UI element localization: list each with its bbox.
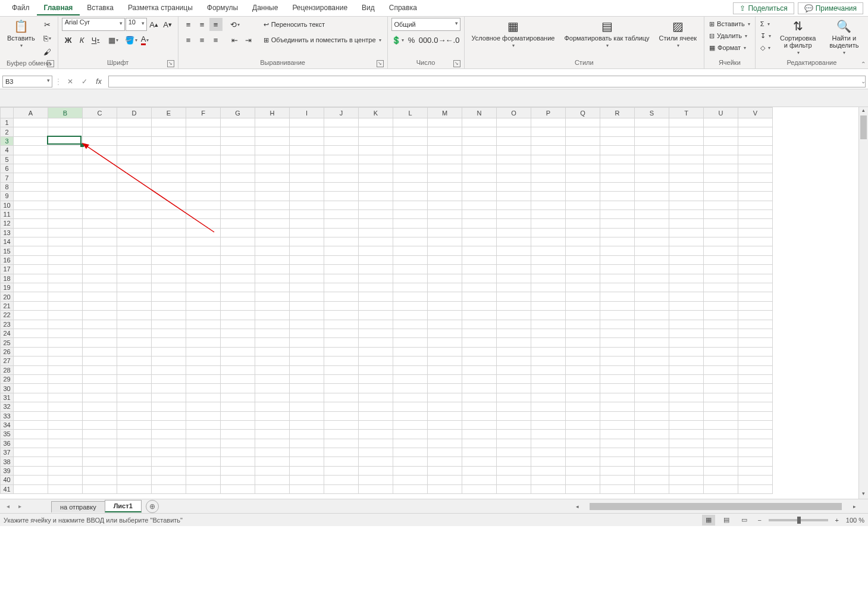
cell-A39[interactable] <box>14 466 48 475</box>
cell-T8[interactable] <box>669 182 704 191</box>
cell-L12[interactable] <box>393 219 428 228</box>
formula-input[interactable] <box>108 76 866 87</box>
column-header-H[interactable]: H <box>255 108 290 118</box>
cell-G38[interactable] <box>221 457 255 466</box>
cell-D17[interactable] <box>117 265 152 274</box>
menu-tab-вид[interactable]: Вид <box>355 1 382 15</box>
cell-N2[interactable] <box>462 127 497 136</box>
cell-G35[interactable] <box>221 430 255 439</box>
cell-D6[interactable] <box>117 164 152 173</box>
cell-D2[interactable] <box>117 127 152 136</box>
cell-D14[interactable] <box>117 237 152 246</box>
decrease-font-button[interactable]: A▾ <box>161 18 174 31</box>
cell-V31[interactable] <box>738 393 773 402</box>
cell-R40[interactable] <box>600 476 635 484</box>
cell-U36[interactable] <box>704 439 738 448</box>
cell-S36[interactable] <box>635 439 669 448</box>
align-left-button[interactable]: ≡ <box>182 33 195 46</box>
cell-D10[interactable] <box>117 201 152 209</box>
cell-T30[interactable] <box>669 384 704 393</box>
cell-A13[interactable] <box>14 228 48 237</box>
cell-D29[interactable] <box>117 374 152 383</box>
row-header-26[interactable]: 26 <box>1 347 14 356</box>
vscroll-thumb[interactable] <box>860 115 867 139</box>
cell-D33[interactable] <box>117 411 152 420</box>
cell-D16[interactable] <box>117 255 152 264</box>
column-header-N[interactable]: N <box>462 108 497 118</box>
zoom-level[interactable]: 100 % <box>846 517 864 524</box>
cell-O34[interactable] <box>497 420 531 429</box>
cell-P41[interactable] <box>531 484 566 493</box>
cell-I40[interactable] <box>290 476 324 484</box>
cell-V21[interactable] <box>738 301 773 310</box>
cell-N29[interactable] <box>462 374 497 383</box>
cell-F29[interactable] <box>186 374 221 383</box>
cell-H36[interactable] <box>255 439 290 448</box>
cell-Q27[interactable] <box>566 357 600 365</box>
cell-T37[interactable] <box>669 448 704 457</box>
cell-H25[interactable] <box>255 338 290 347</box>
cell-I37[interactable] <box>290 448 324 457</box>
cell-E13[interactable] <box>152 228 186 237</box>
format-cells-button[interactable]: ▦Формат▾ <box>708 42 747 54</box>
cell-N26[interactable] <box>462 347 497 356</box>
cell-P26[interactable] <box>531 347 566 356</box>
cell-D28[interactable] <box>117 365 152 374</box>
row-header-12[interactable]: 12 <box>1 219 14 228</box>
cell-H5[interactable] <box>255 155 290 164</box>
cell-R38[interactable] <box>600 457 635 466</box>
cell-U14[interactable] <box>704 237 738 246</box>
cell-V28[interactable] <box>738 365 773 374</box>
cell-T14[interactable] <box>669 237 704 246</box>
cell-H22[interactable] <box>255 311 290 320</box>
row-header-19[interactable]: 19 <box>1 283 14 292</box>
cell-V30[interactable] <box>738 384 773 393</box>
cell-M25[interactable] <box>428 338 462 347</box>
cell-C24[interactable] <box>83 329 117 337</box>
cell-M4[interactable] <box>428 146 462 155</box>
cell-F4[interactable] <box>186 146 221 155</box>
cell-H16[interactable] <box>255 255 290 264</box>
cell-S1[interactable] <box>635 118 669 127</box>
cell-A5[interactable] <box>14 155 48 164</box>
cell-C4[interactable] <box>83 146 117 155</box>
cell-D4[interactable] <box>117 146 152 155</box>
cell-C34[interactable] <box>83 420 117 429</box>
row-header-31[interactable]: 31 <box>1 393 14 402</box>
cell-L38[interactable] <box>393 457 428 466</box>
select-all-corner[interactable] <box>1 108 14 118</box>
cell-D40[interactable] <box>117 476 152 484</box>
cell-B13[interactable] <box>48 228 83 237</box>
cell-K21[interactable] <box>359 301 393 310</box>
cell-U23[interactable] <box>704 320 738 329</box>
cell-P32[interactable] <box>531 402 566 411</box>
cell-C7[interactable] <box>83 173 117 182</box>
cell-C12[interactable] <box>83 219 117 228</box>
cell-M28[interactable] <box>428 365 462 374</box>
cell-J26[interactable] <box>324 347 359 356</box>
cell-N8[interactable] <box>462 182 497 191</box>
cell-T1[interactable] <box>669 118 704 127</box>
cell-M1[interactable] <box>428 118 462 127</box>
cell-V27[interactable] <box>738 357 773 365</box>
cell-F1[interactable] <box>186 118 221 127</box>
row-header-40[interactable]: 40 <box>1 476 14 484</box>
cell-M6[interactable] <box>428 164 462 173</box>
cell-G10[interactable] <box>221 201 255 209</box>
cell-B36[interactable] <box>48 439 83 448</box>
cell-Q36[interactable] <box>566 439 600 448</box>
cell-C8[interactable] <box>83 182 117 191</box>
cell-G32[interactable] <box>221 402 255 411</box>
align-middle-button[interactable]: ≡ <box>196 18 209 31</box>
cell-C3[interactable] <box>83 136 117 145</box>
cell-P35[interactable] <box>531 430 566 439</box>
cell-I24[interactable] <box>290 329 324 337</box>
cell-E39[interactable] <box>152 466 186 475</box>
cell-E32[interactable] <box>152 402 186 411</box>
cell-V1[interactable] <box>738 118 773 127</box>
cell-Q4[interactable] <box>566 146 600 155</box>
cell-A27[interactable] <box>14 357 48 365</box>
cell-S4[interactable] <box>635 146 669 155</box>
cell-G30[interactable] <box>221 384 255 393</box>
cell-G21[interactable] <box>221 301 255 310</box>
